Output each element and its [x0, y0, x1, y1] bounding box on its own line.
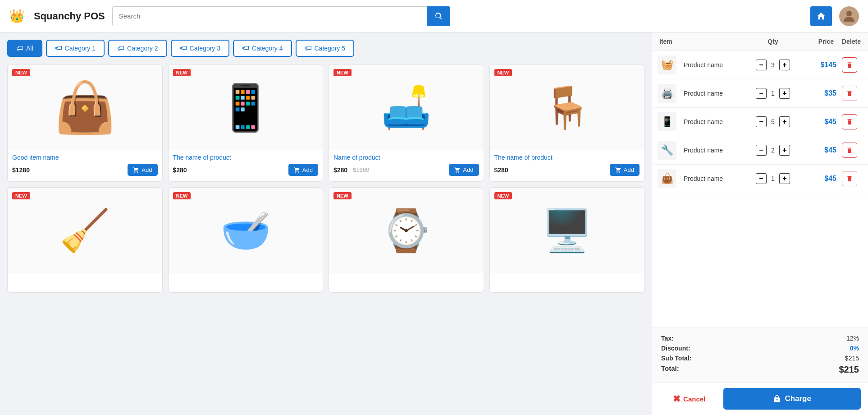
cart-items-list: 🧺 Product name − 3 + $145 🖨️ Product nam…	[652, 51, 868, 327]
qty-control: − 2 +	[744, 145, 802, 156]
qty-increase-button[interactable]: +	[779, 116, 790, 127]
discount-row: Discount: 0%	[661, 345, 859, 352]
product-info	[490, 273, 644, 289]
qty-control: − 1 +	[744, 173, 802, 184]
product-name: The name of product	[494, 154, 640, 161]
cart-row: 🧺 Product name − 3 + $145	[652, 51, 868, 79]
delete-button[interactable]	[842, 57, 857, 73]
delete-button[interactable]	[842, 143, 857, 158]
cart-item-price: $45	[804, 146, 840, 154]
tax-row: Tax: 12%	[661, 335, 859, 342]
cart-item-thumb: 📱	[658, 112, 676, 131]
tag-icon: 🏷	[305, 44, 312, 52]
category-4[interactable]: 🏷 Category 4	[233, 40, 292, 57]
subtotal-value: $215	[845, 355, 859, 362]
qty-number: 2	[769, 147, 777, 154]
product-old-price: $1980	[353, 166, 369, 173]
categories-bar: 🏷 All 🏷 Category 1 🏷 Category 2 🏷 Catego…	[7, 40, 644, 57]
qty-number: 1	[769, 90, 777, 97]
qty-decrease-button[interactable]: −	[756, 145, 767, 156]
qty-increase-button[interactable]: +	[779, 173, 790, 184]
cart-item-thumb: 👜	[658, 169, 676, 188]
delete-button[interactable]	[842, 86, 857, 101]
category-3[interactable]: 🏷 Category 3	[171, 40, 229, 57]
search-input[interactable]	[112, 6, 427, 26]
qty-number: 3	[769, 61, 777, 69]
product-price-row: $1280 Add	[12, 164, 158, 176]
cart-item-price: $145	[804, 61, 840, 69]
qty-decrease-button[interactable]: −	[756, 173, 767, 184]
cart-header-price: Price	[798, 38, 834, 45]
tax-value: 12%	[846, 335, 859, 342]
new-badge: NEW	[173, 69, 191, 76]
delete-button[interactable]	[842, 171, 857, 186]
header: 👑 Squanchy POS	[0, 0, 868, 32]
product-price-row: $280 Add	[494, 164, 640, 176]
category-all[interactable]: 🏷 All	[7, 40, 42, 57]
cart-actions: ✖ Cancel Charge	[652, 382, 868, 415]
add-button[interactable]: Add	[128, 164, 157, 176]
delete-button[interactable]	[842, 114, 857, 129]
qty-increase-button[interactable]: +	[779, 88, 790, 99]
product-image: 👜	[8, 65, 162, 150]
product-name: Good item name	[12, 154, 158, 161]
new-badge: NEW	[494, 69, 512, 76]
qty-decrease-button[interactable]: −	[756, 60, 767, 70]
tag-icon: 🏷	[117, 44, 124, 52]
product-name	[494, 277, 640, 284]
search-button[interactable]	[427, 6, 450, 26]
qty-control: − 1 +	[744, 88, 802, 99]
product-image: 🖥️	[490, 188, 644, 273]
cart-item-name: Product name	[682, 61, 742, 69]
cancel-button[interactable]: ✖ Cancel	[659, 388, 719, 410]
main-layout: 🏷 All 🏷 Category 1 🏷 Category 2 🏷 Catego…	[0, 32, 868, 415]
add-button[interactable]: Add	[610, 164, 640, 176]
category-5[interactable]: 🏷 Category 5	[296, 40, 354, 57]
product-card: NEW ⌚	[329, 187, 484, 293]
qty-increase-button[interactable]: +	[779, 145, 790, 156]
qty-control: − 3 +	[744, 60, 802, 70]
product-name	[333, 277, 479, 284]
category-1[interactable]: 🏷 Category 1	[46, 40, 105, 57]
tag-icon: 🏷	[55, 44, 62, 52]
subtotal-label: Sub Total:	[661, 355, 691, 362]
product-info: The name of product $280 Add	[169, 150, 323, 178]
product-name	[173, 277, 319, 284]
cancel-icon: ✖	[673, 393, 681, 404]
product-price: $280	[333, 166, 347, 174]
category-2[interactable]: 🏷 Category 2	[108, 40, 167, 57]
cart-item-price: $35	[804, 89, 840, 97]
qty-increase-button[interactable]: +	[779, 60, 790, 70]
cart-item-name: Product name	[682, 90, 742, 97]
product-price: $1280	[12, 166, 30, 174]
cart-header-delete: Delete	[834, 38, 861, 45]
new-badge: NEW	[12, 192, 30, 199]
product-price-row: $280 Add	[173, 164, 319, 176]
qty-number: 5	[769, 118, 777, 125]
cart-item-thumb: 🖨️	[658, 84, 676, 103]
tag-icon: 🏷	[180, 44, 187, 52]
cart-row: 🖨️ Product name − 1 + $35	[652, 79, 868, 108]
home-button[interactable]	[810, 6, 832, 26]
product-image: 🛋️	[329, 65, 484, 150]
product-info	[329, 273, 484, 289]
add-button[interactable]: Add	[449, 164, 479, 176]
product-price: $280	[494, 166, 508, 174]
qty-decrease-button[interactable]: −	[756, 88, 767, 99]
cart-summary: Tax: 12% Discount: 0% Sub Total: $215 To…	[652, 327, 868, 382]
charge-button[interactable]: Charge	[723, 388, 861, 410]
product-name: Name of product	[333, 154, 479, 161]
cart-header-item: Item	[659, 38, 744, 45]
qty-decrease-button[interactable]: −	[756, 116, 767, 127]
logo-icon: 👑	[9, 9, 25, 23]
product-info: The name of product $280 Add	[490, 150, 644, 178]
product-info: Name of product $280 $1980 Add	[329, 150, 484, 178]
add-button[interactable]: Add	[288, 164, 318, 176]
product-card: NEW 👜 Good item name $1280 Add	[7, 64, 163, 182]
product-price: $280	[173, 166, 187, 174]
product-card: NEW 🥣	[168, 187, 324, 293]
app-title: Squanchy POS	[34, 10, 105, 22]
product-grid: NEW 👜 Good item name $1280 Add	[7, 64, 644, 293]
tag-icon: 🏷	[16, 44, 23, 52]
cart-row: 👜 Product name − 1 + $45	[652, 165, 868, 193]
